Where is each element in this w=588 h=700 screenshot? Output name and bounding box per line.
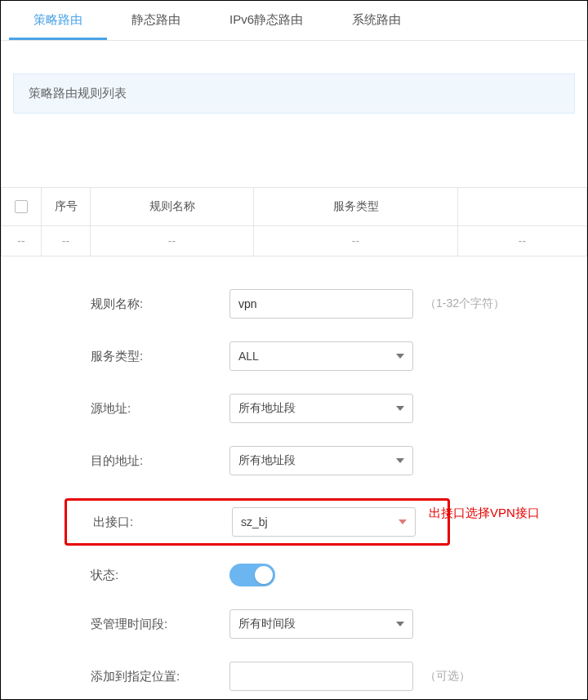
label-mgmt-time: 受管理时间段: bbox=[91, 617, 229, 632]
cell-seq: -- bbox=[42, 226, 91, 256]
label-rule-name: 规则名称: bbox=[91, 296, 229, 312]
row-service-type: 服务类型: ALL bbox=[91, 341, 572, 371]
chevron-down-icon bbox=[399, 519, 407, 524]
row-add-position: 添加到指定位置: （可选） bbox=[91, 662, 572, 691]
cell-service-type: -- bbox=[254, 226, 458, 256]
input-rule-name[interactable] bbox=[229, 289, 413, 319]
label-source-addr: 源地址: bbox=[91, 401, 229, 417]
select-out-interface[interactable]: sz_bj bbox=[232, 507, 416, 537]
chevron-down-icon bbox=[396, 354, 404, 359]
cell-rule-name: -- bbox=[91, 226, 254, 256]
row-out-interface: 出接口: sz_bj 出接口选择VPN接口 bbox=[65, 498, 450, 546]
row-status: 状态: bbox=[91, 564, 572, 586]
hint-rule-name: （1-32个字符） bbox=[425, 296, 505, 311]
header-service-type: 服务类型 bbox=[254, 188, 458, 225]
row-mgmt-time: 受管理时间段: 所有时间段 bbox=[91, 609, 572, 639]
tab-policy-route[interactable]: 策略路由 bbox=[9, 1, 107, 40]
select-dest-addr[interactable]: 所有地址段 bbox=[229, 446, 413, 475]
rule-table: 序号 规则名称 服务类型 -- -- -- -- -- bbox=[1, 187, 587, 256]
select-dest-addr-value: 所有地址段 bbox=[238, 453, 296, 468]
hint-add-position: （可选） bbox=[425, 669, 470, 684]
table-header-row: 序号 规则名称 服务类型 bbox=[1, 188, 587, 226]
tab-static-route[interactable]: 静态路由 bbox=[107, 1, 205, 40]
header-rule-name: 规则名称 bbox=[91, 188, 254, 225]
select-service-type-value: ALL bbox=[238, 350, 259, 363]
header-checkbox-cell bbox=[1, 188, 42, 225]
select-source-addr[interactable]: 所有地址段 bbox=[229, 394, 413, 423]
section-title: 策略路由规则列表 bbox=[13, 74, 575, 114]
label-add-position: 添加到指定位置: bbox=[91, 669, 229, 684]
input-add-position[interactable] bbox=[229, 662, 413, 691]
select-service-type[interactable]: ALL bbox=[229, 341, 413, 371]
select-mgmt-time-value: 所有时间段 bbox=[238, 617, 296, 631]
row-source-addr: 源地址: 所有地址段 bbox=[91, 394, 572, 423]
label-dest-addr: 目的地址: bbox=[91, 453, 229, 469]
select-out-interface-value: sz_bj bbox=[241, 515, 268, 528]
chevron-down-icon bbox=[396, 406, 404, 411]
annotation-out-interface: 出接口选择VPN接口 bbox=[429, 506, 540, 521]
tab-ipv6-static-route[interactable]: IPv6静态路由 bbox=[205, 1, 327, 40]
select-all-checkbox[interactable] bbox=[15, 200, 28, 213]
tabs-bar: 策略路由 静态路由 IPv6静态路由 系统路由 bbox=[1, 1, 587, 41]
rule-form: 规则名称: （1-32个字符） 服务类型: ALL 源地址: 所有地址段 目的地… bbox=[91, 289, 572, 700]
chevron-down-icon bbox=[396, 622, 404, 626]
toggle-knob bbox=[255, 566, 273, 584]
select-source-addr-value: 所有地址段 bbox=[238, 401, 296, 416]
label-service-type: 服务类型: bbox=[91, 349, 229, 364]
toggle-status[interactable] bbox=[229, 564, 275, 586]
select-mgmt-time[interactable]: 所有时间段 bbox=[229, 609, 413, 639]
row-dest-addr: 目的地址: 所有地址段 bbox=[91, 446, 572, 475]
row-rule-name: 规则名称: （1-32个字符） bbox=[91, 289, 572, 319]
tab-system-route[interactable]: 系统路由 bbox=[327, 1, 425, 40]
header-seq: 序号 bbox=[42, 188, 91, 225]
header-extra bbox=[458, 188, 587, 225]
cell-checkbox: -- bbox=[1, 226, 42, 256]
label-out-interface: 出接口: bbox=[67, 515, 232, 530]
table-row: -- -- -- -- -- bbox=[1, 226, 587, 256]
cell-extra: -- bbox=[458, 226, 587, 256]
chevron-down-icon bbox=[396, 458, 404, 463]
label-status: 状态: bbox=[91, 568, 229, 583]
